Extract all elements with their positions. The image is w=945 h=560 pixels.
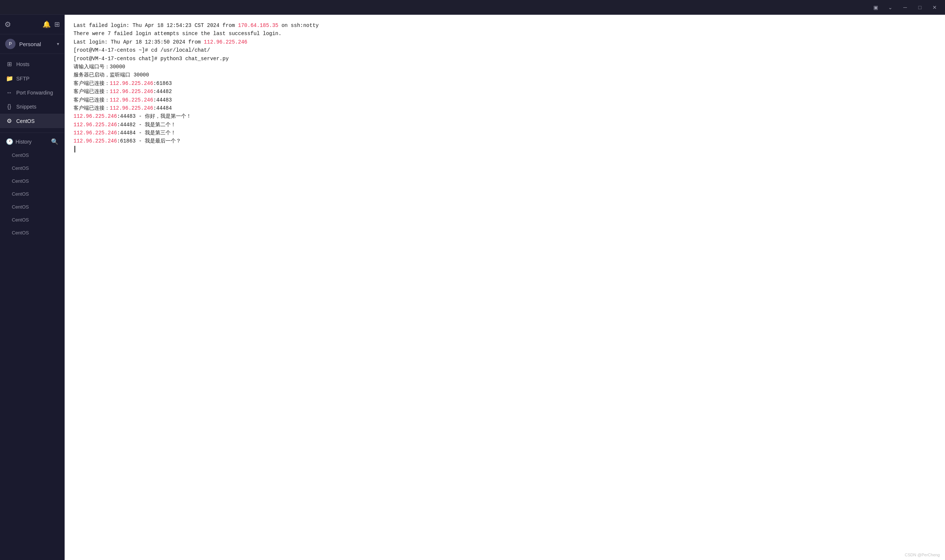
port-forwarding-icon: ↔ bbox=[6, 89, 12, 96]
ip-highlight: 112.96.225.246 bbox=[74, 138, 117, 144]
terminal-line: 112.96.225.246:61863 - 我是最后一个？ bbox=[74, 137, 936, 145]
sidebar-nav: ⊞ Hosts 📁 SFTP ↔ Port Forwarding {} Snip… bbox=[0, 54, 64, 131]
ip-highlight: 112.96.225.246 bbox=[110, 89, 153, 94]
terminal-line: [root@VM-4-17-centos chat]# python3 chat… bbox=[74, 55, 936, 63]
list-item[interactable]: CentOS bbox=[0, 213, 64, 226]
list-item[interactable]: CentOS bbox=[0, 188, 64, 200]
sidebar-item-hosts[interactable]: ⊞ Hosts bbox=[0, 57, 64, 71]
terminal-line: [root@VM-4-17-centos ~]# cd /usr/local/c… bbox=[74, 46, 936, 54]
terminal-line: 服务器已启动，监听端口 30000 bbox=[74, 71, 936, 79]
avatar: P bbox=[5, 39, 15, 49]
terminal-line: 请输入端口号：30000 bbox=[74, 63, 936, 71]
ip-highlight: 112.96.225.246 bbox=[74, 122, 117, 128]
sidebar-item-centos[interactable]: ⚙ CentOS bbox=[0, 114, 64, 128]
account-label: Personal bbox=[19, 41, 41, 47]
history-list: CentOS CentOS CentOS CentOS CentOS CentO… bbox=[0, 149, 64, 239]
terminal-cursor-line bbox=[74, 145, 936, 154]
grid-icon[interactable]: ⊞ bbox=[54, 20, 60, 28]
terminal-line: 112.96.225.246:44483 - 你好，我是第一个！ bbox=[74, 112, 936, 120]
close-button[interactable]: ✕ bbox=[929, 2, 940, 13]
sidebar-item-sftp[interactable]: 📁 SFTP bbox=[0, 71, 64, 86]
hosts-icon: ⊞ bbox=[6, 60, 12, 68]
terminal-line: 112.96.225.246:44484 - 我是第三个！ bbox=[74, 129, 936, 137]
history-icon: 🕐 bbox=[6, 138, 12, 145]
ip-highlight: 112.96.225.246 bbox=[74, 113, 117, 119]
terminal-content[interactable]: Last failed login: Thu Apr 18 12:54:23 C… bbox=[65, 15, 945, 560]
history-header[interactable]: 🕐 History 🔍 bbox=[0, 134, 64, 149]
ip-highlight: 112.96.225.246 bbox=[110, 80, 153, 86]
account-selector[interactable]: P Personal ▾ bbox=[0, 34, 64, 54]
terminal-line: 客户端已连接：112.96.225.246:61863 bbox=[74, 79, 936, 88]
terminal-line: 客户端已连接：112.96.225.246:44484 bbox=[74, 104, 936, 112]
sidebar-item-hosts-label: Hosts bbox=[16, 61, 29, 67]
list-item[interactable]: CentOS bbox=[0, 175, 64, 188]
ip-highlight: 112.96.225.246 bbox=[110, 105, 153, 111]
sidebar-top-bar: ⚙ 🔔 ⊞ bbox=[0, 15, 64, 34]
ip-highlight: 112.96.225.246 bbox=[110, 97, 153, 103]
terminal-line: There were 7 failed login attempts since… bbox=[74, 29, 936, 38]
titlebar: ▣ ⌄ ─ □ ✕ bbox=[0, 0, 945, 15]
settings-icon[interactable]: ⚙ bbox=[5, 20, 11, 29]
sidebar-item-sftp-label: SFTP bbox=[16, 76, 29, 82]
history-section: 🕐 History 🔍 CentOS CentOS CentOS CentOS … bbox=[0, 134, 64, 560]
list-item[interactable]: CentOS bbox=[0, 226, 64, 239]
minimize-button[interactable]: ─ bbox=[899, 2, 911, 13]
snippets-icon: {} bbox=[6, 103, 12, 110]
list-item[interactable]: CentOS bbox=[0, 162, 64, 175]
terminal-line: 客户端已连接：112.96.225.246:44483 bbox=[74, 96, 936, 104]
ip-highlight: 112.96.225.246 bbox=[204, 39, 248, 45]
centos-settings-icon: ⚙ bbox=[6, 117, 12, 125]
sidebar-item-port-forwarding-label: Port Forwarding bbox=[16, 90, 53, 95]
cursor-block bbox=[74, 146, 76, 152]
chevron-down-button[interactable]: ⌄ bbox=[885, 2, 896, 13]
list-item[interactable]: CentOS bbox=[0, 149, 64, 162]
chevron-down-icon: ▾ bbox=[57, 42, 59, 46]
bell-icon[interactable]: 🔔 bbox=[43, 20, 51, 28]
app-body: ⚙ 🔔 ⊞ P Personal ▾ ⊞ Hosts 📁 SFTP bbox=[0, 15, 945, 560]
terminal-line: 客户端已连接：112.96.225.246:44482 bbox=[74, 88, 936, 95]
sidebar: ⚙ 🔔 ⊞ P Personal ▾ ⊞ Hosts 📁 SFTP bbox=[0, 15, 65, 560]
history-label: History bbox=[15, 139, 32, 145]
terminal-line: Last login: Thu Apr 18 12:35:50 2024 fro… bbox=[74, 38, 936, 46]
sidebar-item-port-forwarding[interactable]: ↔ Port Forwarding bbox=[0, 86, 64, 100]
ip-highlight: 112.96.225.246 bbox=[74, 130, 117, 136]
history-search-icon[interactable]: 🔍 bbox=[51, 138, 59, 145]
sidebar-top-right-icons: 🔔 ⊞ bbox=[43, 20, 60, 28]
maximize-button[interactable]: □ bbox=[914, 2, 926, 13]
terminal-line: 112.96.225.246:44482 - 我是第二个！ bbox=[74, 121, 936, 129]
ip-highlight: 170.64.185.35 bbox=[238, 23, 278, 28]
sidebar-item-snippets-label: Snippets bbox=[16, 104, 36, 110]
terminal-line: Last failed login: Thu Apr 18 12:54:23 C… bbox=[74, 22, 936, 29]
sidebar-item-snippets[interactable]: {} Snippets bbox=[0, 100, 64, 114]
sidebar-item-centos-label: CentOS bbox=[16, 118, 35, 124]
watermark: CSDN @PerCheng bbox=[905, 552, 940, 557]
sidebar-toggle-button[interactable]: ▣ bbox=[869, 2, 882, 13]
terminal-area: Last failed login: Thu Apr 18 12:54:23 C… bbox=[65, 15, 945, 560]
sidebar-divider bbox=[0, 132, 64, 133]
list-item[interactable]: CentOS bbox=[0, 200, 64, 213]
sftp-icon: 📁 bbox=[6, 75, 12, 82]
